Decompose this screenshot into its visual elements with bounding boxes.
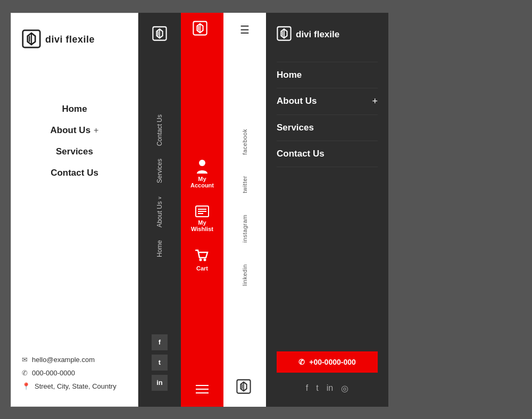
twitter-btn-2[interactable]: t: [152, 355, 168, 371]
phone-icon-5: ✆: [298, 358, 305, 366]
vnav-home[interactable]: Home: [153, 234, 166, 264]
social-vertical-4: facebook twitter instagram linkedin: [239, 36, 251, 379]
panel-white-sidebar: divi flexile Home About Us + Services Co…: [11, 13, 138, 407]
divi-logo-2: [152, 26, 167, 43]
about-plus-1: +: [94, 126, 98, 135]
panel-dark-full-nav: divi flexile Home About Us + Services Co…: [266, 13, 388, 407]
instagram-link-4[interactable]: instagram: [239, 204, 251, 253]
address-item: 📍 Street, City, State, Country: [22, 382, 117, 390]
svg-point-8: [200, 258, 202, 261]
nav5-services[interactable]: Services: [277, 115, 378, 141]
divi-logo-4: [236, 379, 253, 396]
facebook-link-4[interactable]: facebook: [239, 118, 251, 166]
vnav-contact[interactable]: Contact Us: [153, 108, 166, 152]
facebook-btn-2[interactable]: f: [152, 334, 168, 350]
logo-area-5: divi flexile: [277, 26, 378, 43]
logo-text-5: divi flexile: [296, 29, 339, 40]
social-icons-2: f t in: [152, 334, 168, 391]
nav5-contact[interactable]: Contact Us: [277, 141, 378, 167]
nav-item-home-1[interactable]: Home: [62, 104, 87, 114]
nav-item-services-1[interactable]: Services: [56, 146, 93, 157]
social-icons-5: f t in ◎: [277, 383, 378, 393]
linkedin-link-4[interactable]: linkedin: [239, 253, 251, 297]
call-button-5[interactable]: ✆ +00-0000-000: [277, 351, 378, 373]
divi-logo-1: [22, 29, 41, 51]
hamburger-4[interactable]: ☰: [240, 23, 250, 36]
email-item: ✉ hello@example.com: [22, 356, 117, 364]
panel-red-sidebar: MyAccount MyWishlist Cart: [181, 13, 223, 407]
phone-item: ✆ 000-000-0000: [22, 369, 117, 377]
icon-nav-3: MyAccount MyWishlist Cart: [181, 51, 223, 380]
nav5-home[interactable]: Home: [277, 62, 378, 88]
logo-area-1: divi flexile: [22, 29, 95, 51]
vnav-about[interactable]: About Us ∨: [153, 190, 166, 234]
linkedin-icon-5[interactable]: in: [327, 383, 333, 393]
vnav-services[interactable]: Services: [153, 152, 166, 190]
main-container: divi flexile Home About Us + Services Co…: [11, 13, 521, 407]
email-icon: ✉: [22, 356, 28, 364]
cart-icon-item[interactable]: Cart: [191, 241, 213, 280]
linkedin-btn-2[interactable]: in: [152, 375, 168, 391]
instagram-icon-5[interactable]: ◎: [341, 383, 348, 393]
logo-text-1: divi flexile: [45, 34, 95, 45]
hamburger-bar-1: [196, 385, 209, 386]
nav5-about[interactable]: About Us +: [277, 88, 378, 115]
nav-item-contact-1[interactable]: Contact Us: [51, 168, 98, 178]
phone-icon: ✆: [22, 369, 28, 377]
hamburger-3[interactable]: [190, 380, 214, 399]
nav-links-1: Home About Us + Services Contact Us: [22, 104, 127, 356]
vertical-nav-2: Contact Us Services About Us ∨ Home: [153, 54, 166, 318]
nav-item-about-1[interactable]: About Us +: [51, 125, 99, 136]
location-icon: 📍: [22, 382, 30, 390]
divi-logo-3: [193, 21, 212, 40]
panel-white-social: ☰ facebook twitter instagram linkedin: [223, 13, 266, 407]
twitter-link-4[interactable]: twitter: [239, 165, 251, 204]
my-account-icon-item[interactable]: MyAccount: [186, 150, 218, 197]
my-wishlist-icon-item[interactable]: MyWishlist: [187, 197, 218, 241]
contact-info-1: ✉ hello@example.com ✆ 000-000-0000 📍 Str…: [22, 356, 117, 390]
panel-dark-vertical: Contact Us Services About Us ∨ Home f t …: [138, 13, 181, 407]
divi-logo-5: [277, 26, 292, 43]
svg-point-3: [199, 160, 205, 166]
about-plus-5: +: [372, 96, 378, 107]
nav-5: Home About Us + Services Contact Us: [277, 62, 378, 338]
svg-point-9: [204, 258, 206, 261]
hamburger-bar-3: [196, 392, 209, 393]
facebook-icon-5[interactable]: f: [306, 383, 308, 393]
hamburger-bar-2: [196, 389, 209, 390]
twitter-icon-5[interactable]: t: [316, 383, 318, 393]
